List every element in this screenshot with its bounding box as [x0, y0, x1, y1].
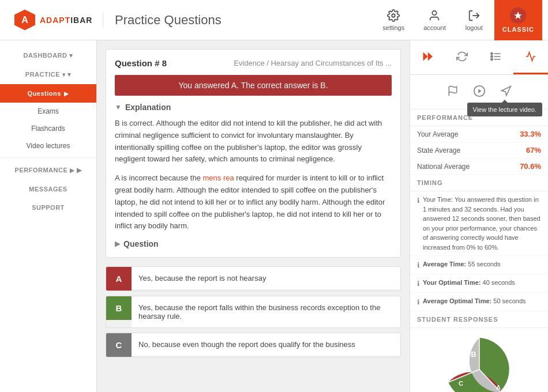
svg-text:C: C — [459, 380, 463, 387]
rpanel-tabs — [410, 40, 548, 75]
timing-main-text: Your Time: You answered this question in… — [423, 195, 541, 252]
header: ADAPTIBAR Practice Questions settings ac… — [0, 0, 548, 40]
classic-badge — [510, 7, 526, 24]
option-b-text: Yes, because the report falls within the… — [132, 296, 400, 327]
option-b-letter: B — [106, 296, 132, 320]
logo-icon — [14, 10, 35, 31]
rpanel-actions: View the lecture video. — [410, 75, 548, 110]
svg-text:B: B — [471, 350, 476, 359]
avg-optimal-row: ℹ Average Optimal Time: 50 seconds — [410, 293, 548, 311]
optimal-time-row: ℹ Your Optimal Time: 40 seconds — [410, 274, 548, 293]
rpanel-tab-chart[interactable] — [513, 40, 548, 74]
sidebar-item-questions[interactable]: Questions — [0, 84, 96, 103]
avg-time-label: Average Time: 55 seconds — [423, 259, 501, 270]
account-button[interactable]: account — [415, 5, 454, 36]
svg-point-9 — [491, 55, 493, 57]
option-a-letter: A — [106, 267, 132, 291]
logo: ADAPTIBAR — [6, 10, 103, 31]
rpanel-tab-forward[interactable] — [410, 40, 445, 74]
option-c-row[interactable]: C No, because even though the report doe… — [106, 333, 401, 357]
logout-label: logout — [466, 24, 483, 31]
svg-point-0 — [392, 14, 395, 17]
explanation-text-2: A is incorrect because the mens rea requ… — [115, 172, 392, 232]
your-average-row: Your Average 33.3% — [410, 126, 548, 142]
explanation-arrow-icon: ▼ — [115, 103, 122, 111]
state-average-label: State Average — [417, 146, 460, 154]
sidebar-item-performance[interactable]: PERFORMANCE ▶ — [0, 161, 96, 180]
header-actions: settings account logout CLASSIC — [374, 0, 542, 40]
account-label: account — [423, 24, 446, 31]
state-average-value: 67% — [526, 146, 541, 154]
right-panel: View the lecture video. PERFORMANCE Your… — [410, 40, 548, 392]
optimal-time-label: Your Optimal Time: 40 seconds — [423, 278, 515, 289]
rpanel-tab-filter[interactable] — [479, 40, 514, 74]
layout: DASHBOARD PRACTICE ▾ Questions Exams Fla… — [0, 40, 548, 392]
question-topic: Evidence / Hearsay and Circumstances of … — [234, 59, 392, 67]
settings-label: settings — [382, 24, 404, 31]
option-a-text: Yes, because the report is not hearsay — [132, 267, 400, 289]
option-c-letter: C — [106, 333, 132, 357]
your-average-label: Your Average — [417, 130, 458, 138]
national-average-row: National Average 70.6% — [410, 159, 548, 175]
pie-chart-container: B A C — [410, 328, 548, 392]
explanation-text-2-pre: A is incorrect because the — [115, 174, 202, 182]
logout-button[interactable]: logout — [457, 5, 491, 36]
info-icon-3: ℹ — [417, 278, 420, 289]
sidebar-item-video-lectures[interactable]: Video lectures — [0, 137, 96, 154]
explanation-label: Explanation — [125, 103, 171, 112]
question-number: Question # 8 — [115, 58, 167, 68]
mens-rea-link[interactable]: mens rea — [202, 174, 234, 182]
timing-title: TIMING — [410, 175, 548, 191]
state-average-row: State Average 67% — [410, 142, 548, 159]
your-average-value: 33.3% — [520, 130, 541, 138]
page-title: Practice Questions — [103, 13, 374, 28]
info-icon-4: ℹ — [417, 297, 420, 307]
svg-marker-3 — [428, 52, 433, 61]
student-responses-title: STUDENT RESPONSES — [410, 311, 548, 328]
megaphone-icon[interactable] — [497, 82, 515, 101]
info-icon-2: ℹ — [417, 260, 420, 270]
sidebar-item-dashboard[interactable]: DASHBOARD — [0, 46, 96, 65]
sidebar-item-exams[interactable]: Exams — [0, 103, 96, 120]
option-a-row[interactable]: A Yes, because the report is not hearsay — [106, 266, 401, 291]
option-b-row[interactable]: B Yes, because the report falls within t… — [106, 296, 401, 328]
avg-time-row: ℹ Average Time: 55 seconds — [410, 256, 548, 274]
option-c-text: No, because even though the report does … — [132, 333, 400, 356]
national-average-label: National Average — [417, 163, 470, 171]
question-section-toggle[interactable]: ▶ Question — [115, 239, 392, 248]
svg-point-10 — [491, 58, 493, 60]
flag-icon[interactable] — [444, 82, 461, 101]
classic-label: CLASSIC — [502, 26, 534, 33]
question-header: Question # 8 Evidence / Hearsay and Circ… — [115, 58, 392, 68]
svg-point-1 — [433, 10, 437, 14]
play-icon[interactable] — [470, 82, 489, 102]
lecture-tooltip: View the lecture video. — [467, 103, 542, 116]
question-card: Question # 8 Evidence / Hearsay and Circ… — [106, 49, 401, 258]
explanation-toggle[interactable]: ▼ Explanation — [115, 103, 392, 112]
explanation-text-1: B is correct. Although the editor did no… — [115, 118, 392, 165]
avg-optimal-label: Average Optimal Time: 50 seconds — [423, 296, 526, 307]
sidebar-item-practice[interactable]: PRACTICE ▾ — [0, 65, 96, 84]
answer-banner: You answered A. The correct answer is B. — [115, 75, 392, 96]
question-toggle-arrow-icon: ▶ — [115, 240, 120, 248]
classic-button[interactable]: CLASSIC — [494, 0, 542, 40]
national-average-value: 70.6% — [520, 162, 541, 171]
timing-main-row: ℹ Your Time: You answered this question … — [410, 191, 548, 256]
sidebar-item-flashcards[interactable]: Flashcards — [0, 120, 96, 137]
svg-point-8 — [491, 52, 493, 54]
sidebar-item-support[interactable]: SUPPORT — [0, 198, 96, 217]
main-content: Question # 8 Evidence / Hearsay and Circ… — [97, 40, 410, 392]
settings-button[interactable]: settings — [374, 5, 412, 36]
question-toggle-label: Question — [123, 239, 159, 248]
info-icon-1: ℹ — [417, 195, 420, 252]
rpanel-tab-refresh[interactable] — [445, 40, 479, 74]
logo-text: ADAPTIBAR — [40, 16, 92, 25]
sidebar: DASHBOARD PRACTICE ▾ Questions Exams Fla… — [0, 40, 97, 392]
pie-chart: B A C — [445, 335, 514, 392]
sidebar-item-messages[interactable]: MESSAGES — [0, 180, 96, 198]
svg-marker-4 — [423, 52, 427, 61]
svg-marker-13 — [478, 89, 482, 93]
